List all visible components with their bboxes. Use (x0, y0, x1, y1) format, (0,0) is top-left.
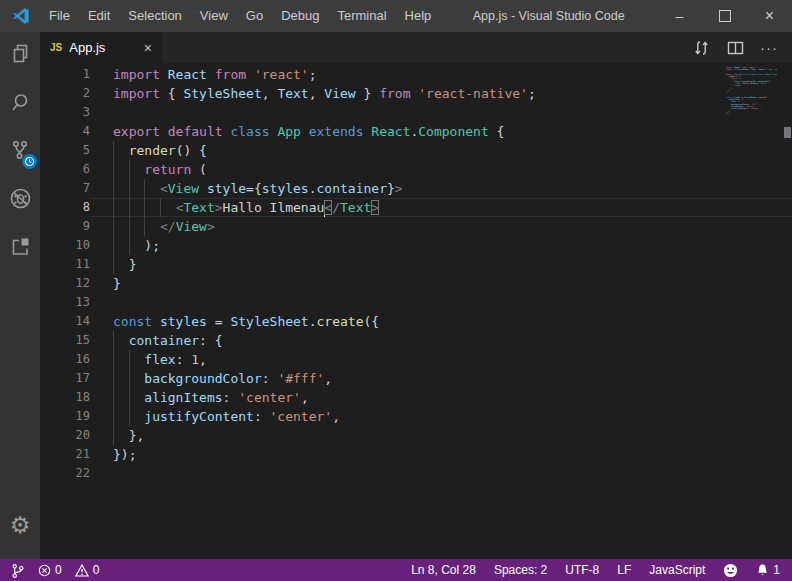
code-line-8[interactable]: 8 <Text>Hallo Ilmenau</Text> (40, 198, 792, 217)
tab-close-icon[interactable]: × (144, 41, 152, 55)
line-number[interactable]: 7 (40, 179, 90, 198)
line-number[interactable]: 3 (40, 103, 90, 122)
code-line-19[interactable]: 19 justifyContent: 'center', (40, 407, 792, 426)
code-line-2[interactable]: 2import { StyleSheet, Text, View } from … (40, 84, 792, 103)
indent-guide (144, 217, 145, 236)
activity-item-debug[interactable] (0, 176, 40, 224)
code-line-20[interactable]: 20 }, (40, 426, 792, 445)
code-editor[interactable]: 1import React from 'react';2import { Sty… (40, 63, 792, 559)
menu-view[interactable]: View (191, 0, 237, 32)
status-indentation[interactable]: Spaces: 2 (494, 563, 547, 577)
code-line-17[interactable]: 17 backgroundColor: '#fff', (40, 369, 792, 388)
code-line-11[interactable]: 11 } (40, 255, 792, 274)
code-line-18[interactable]: 18 alignItems: 'center', (40, 388, 792, 407)
line-number[interactable]: 5 (40, 141, 90, 160)
minimap[interactable]: import React from 'react';import { Style… (703, 66, 777, 117)
bell-icon (756, 563, 769, 577)
indent-guide (113, 350, 114, 369)
indent-guide (129, 407, 130, 426)
menu-edit[interactable]: Edit (79, 0, 119, 32)
code-line-3[interactable]: 3 (40, 103, 792, 122)
line-number[interactable]: 2 (40, 84, 90, 103)
code-line-22[interactable]: 22 (40, 464, 792, 483)
status-encoding[interactable]: UTF-8 (565, 563, 599, 577)
indent-guide (129, 179, 130, 198)
code-line-21[interactable]: 21}); (40, 445, 792, 464)
line-number[interactable]: 17 (40, 369, 90, 388)
indent-guide (113, 198, 114, 217)
gear-icon: ⚙ (10, 514, 31, 537)
tab-appjs[interactable]: JS App.js × (40, 32, 162, 63)
settings-button[interactable]: ⚙ (0, 501, 40, 549)
overview-ruler-marker (784, 127, 791, 138)
indent-guide (113, 407, 114, 426)
status-cursor-position[interactable]: Ln 8, Col 28 (411, 563, 476, 577)
close-button[interactable]: × (747, 0, 792, 32)
menu-debug[interactable]: Debug (272, 0, 328, 32)
status-notifications-label: 1 (773, 563, 780, 577)
line-number[interactable]: 8 (40, 198, 90, 217)
line-number[interactable]: 20 (40, 426, 90, 445)
line-number[interactable]: 6 (40, 160, 90, 179)
status-cursor-position-label: Ln 8, Col 28 (411, 563, 476, 577)
line-number[interactable]: 12 (40, 274, 90, 293)
status-notifications[interactable]: 1 (756, 563, 780, 577)
status-eol[interactable]: LF (617, 563, 631, 577)
status-feedback[interactable] (723, 563, 738, 578)
indent-guide (129, 160, 130, 179)
indent-guide (113, 255, 114, 274)
line-number[interactable]: 4 (40, 122, 90, 141)
line-number[interactable]: 18 (40, 388, 90, 407)
code-line-1[interactable]: 1import React from 'react'; (40, 65, 792, 84)
split-editor-icon[interactable] (727, 40, 744, 56)
activity-item-explorer[interactable] (0, 32, 40, 80)
line-number[interactable]: 11 (40, 255, 90, 274)
status-git-branch[interactable] (10, 562, 25, 579)
menu-terminal[interactable]: Terminal (328, 0, 395, 32)
line-number[interactable]: 14 (40, 312, 90, 331)
line-number[interactable]: 9 (40, 217, 90, 236)
activity-item-search[interactable] (0, 80, 40, 128)
code-line-15[interactable]: 15 container: { (40, 331, 792, 350)
code-line-9[interactable]: 9 </View> (40, 217, 792, 236)
status-errors[interactable]: 0 (38, 563, 62, 577)
status-warnings[interactable]: 0 (75, 563, 100, 577)
indent-guide (113, 160, 114, 179)
open-changes-icon[interactable] (692, 38, 711, 58)
code-line-6[interactable]: 6 return ( (40, 160, 792, 179)
code-line-4[interactable]: 4export default class App extends React.… (40, 122, 792, 141)
code-line-10[interactable]: 10 ); (40, 236, 792, 255)
line-number[interactable]: 10 (40, 236, 90, 255)
line-number[interactable]: 13 (40, 293, 90, 312)
activity-item-extensions[interactable] (0, 224, 40, 272)
code-line-16[interactable]: 16 flex: 1, (40, 350, 792, 369)
code-line-14[interactable]: 14const styles = StyleSheet.create({ (40, 312, 792, 331)
files-icon (8, 42, 33, 71)
status-language-mode[interactable]: JavaScript (649, 563, 705, 577)
indent-guide (144, 198, 145, 217)
menu-go[interactable]: Go (237, 0, 272, 32)
code-line-12[interactable]: 12} (40, 274, 792, 293)
indent-guide (129, 217, 130, 236)
maximize-button[interactable] (702, 0, 747, 32)
menu-help[interactable]: Help (396, 0, 441, 32)
code-line-5[interactable]: 5 render() { (40, 141, 792, 160)
ellipsis-icon[interactable]: ··· (760, 39, 778, 56)
menu-selection[interactable]: Selection (119, 0, 190, 32)
line-number[interactable]: 16 (40, 350, 90, 369)
line-number[interactable]: 21 (40, 445, 90, 464)
overview-ruler[interactable] (778, 63, 792, 559)
menu-file[interactable]: File (40, 0, 79, 32)
code-line-13[interactable]: 13 (40, 293, 792, 312)
status-eol-label: LF (617, 563, 631, 577)
code-line-7[interactable]: 7 <View style={styles.container}> (40, 179, 792, 198)
minimize-button[interactable]: – (657, 0, 702, 32)
activity-item-source-control[interactable] (0, 128, 40, 176)
line-number[interactable]: 22 (40, 464, 90, 483)
search-icon (8, 90, 33, 119)
line-number[interactable]: 19 (40, 407, 90, 426)
indent-guide (113, 217, 114, 236)
line-number[interactable]: 1 (40, 65, 90, 84)
indent-guide (160, 198, 161, 217)
line-number[interactable]: 15 (40, 331, 90, 350)
